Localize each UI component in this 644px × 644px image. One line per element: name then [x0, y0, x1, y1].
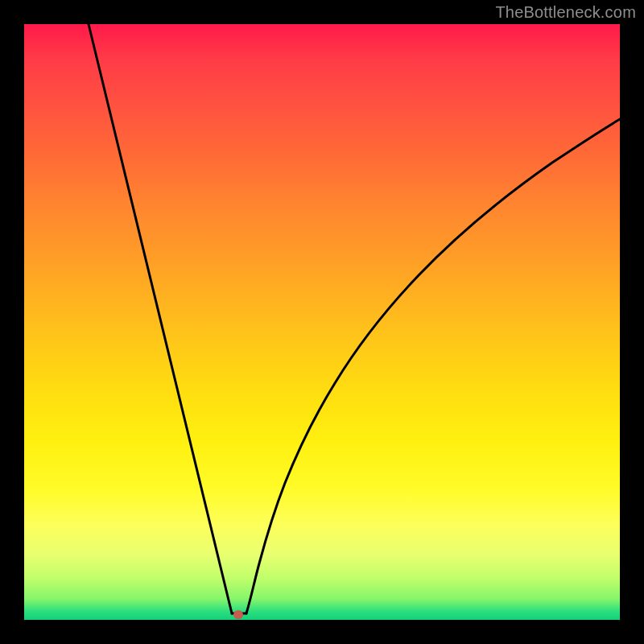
- minimum-marker: [233, 610, 243, 619]
- plot-area: [24, 24, 620, 620]
- curve-left-segment: [89, 24, 232, 613]
- watermark-text: TheBottleneck.com: [495, 3, 636, 22]
- curve-right-segment: [246, 119, 620, 613]
- chart-frame: TheBottleneck.com: [0, 0, 644, 644]
- bottleneck-curve: [24, 24, 620, 620]
